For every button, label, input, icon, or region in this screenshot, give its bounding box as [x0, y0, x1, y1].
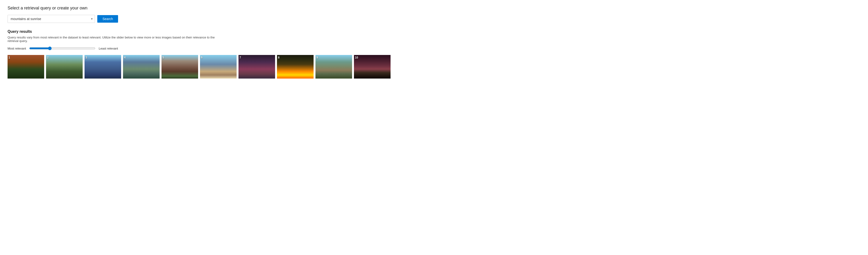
search-button[interactable]: Search: [97, 15, 118, 23]
query-results-title: Query results: [7, 30, 861, 34]
relevance-slider[interactable]: [29, 46, 95, 50]
image-item[interactable]: 4: [123, 55, 160, 79]
image-item[interactable]: 2: [46, 55, 83, 79]
image-number: 1: [8, 56, 10, 59]
image-number: 5: [162, 56, 164, 59]
image-number: 7: [240, 56, 241, 59]
image-item[interactable]: 5: [161, 55, 198, 79]
image-number: 9: [316, 56, 318, 59]
image-number: 4: [124, 56, 126, 59]
search-row: ▾ Search: [7, 15, 861, 23]
page-title: Select a retrieval query or create your …: [7, 6, 861, 11]
image-number: 3: [86, 56, 87, 59]
image-item[interactable]: 7: [239, 55, 275, 79]
query-results-description: Query results vary from most relevant in…: [7, 36, 220, 43]
most-relevant-label: Most relevant: [7, 47, 26, 50]
least-relevant-label: Least relevant: [99, 47, 118, 50]
image-item[interactable]: 1: [7, 55, 44, 79]
image-number: 6: [201, 56, 203, 59]
image-item[interactable]: 3: [85, 55, 121, 79]
search-input-wrapper: ▾: [7, 15, 95, 23]
image-number: 8: [278, 56, 280, 59]
query-results-section: Query results Query results vary from mo…: [7, 30, 861, 79]
image-item[interactable]: 10: [354, 55, 391, 79]
image-grid: 12345678910: [7, 55, 861, 79]
image-number: 10: [355, 56, 358, 59]
search-input[interactable]: [7, 15, 95, 23]
image-item[interactable]: 9: [315, 55, 352, 79]
image-item[interactable]: 8: [277, 55, 314, 79]
image-number: 2: [47, 56, 49, 59]
image-item[interactable]: 6: [200, 55, 237, 79]
slider-row: Most relevant Least relevant: [7, 46, 861, 50]
